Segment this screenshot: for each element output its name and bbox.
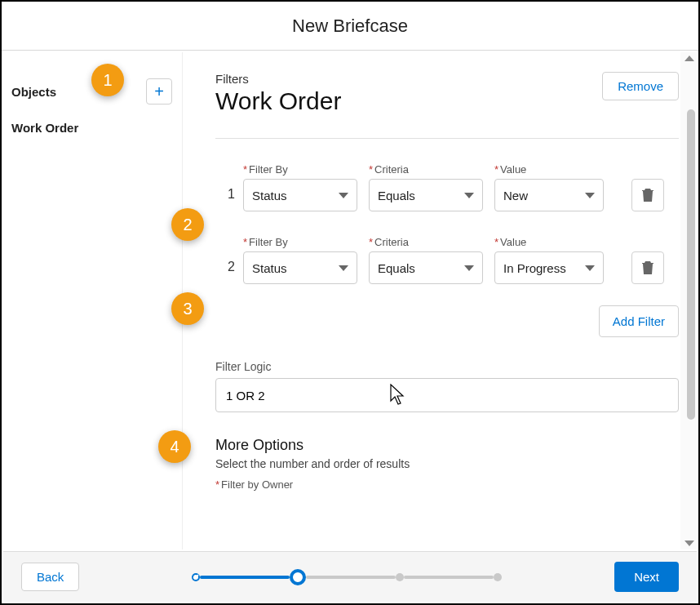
main-panel: Filters Work Order Remove 1 *Filter By S… (183, 52, 697, 549)
trash-icon (641, 188, 654, 202)
chevron-down-icon (464, 265, 474, 271)
chevron-down-icon (585, 193, 595, 198)
scroll-down-icon[interactable] (684, 540, 694, 546)
value-label: *Value (494, 236, 604, 248)
filter-by-select[interactable]: Status (243, 179, 357, 211)
filter-logic-input[interactable] (215, 378, 679, 412)
next-button[interactable]: Next (614, 562, 679, 592)
scrollbar[interactable] (680, 52, 697, 549)
annotation-4: 4 (158, 430, 191, 463)
sidebar-item-label: Work Order (11, 121, 78, 135)
modal-footer: Back Next (3, 551, 697, 602)
filter-row-number: 2 (215, 260, 243, 284)
trash-icon (641, 260, 654, 275)
step-4 (494, 573, 502, 581)
delete-filter-button[interactable] (631, 179, 664, 211)
step-2-current (290, 569, 306, 585)
chevron-down-icon (464, 193, 474, 198)
back-button[interactable]: Back (21, 563, 79, 591)
more-options-desc: Select the number and order of results (215, 457, 679, 470)
step-line (404, 576, 494, 579)
mouse-cursor-icon (390, 384, 406, 409)
criteria-label: *Criteria (369, 163, 483, 176)
chevron-down-icon (585, 265, 595, 271)
remove-button[interactable]: Remove (602, 72, 679, 100)
step-1-done (192, 573, 200, 581)
plus-icon: + (154, 82, 164, 101)
progress-stepper (192, 569, 502, 585)
filter-row: 2 *Filter By Status *Criteria Equals (215, 236, 679, 284)
chevron-down-icon (339, 265, 348, 271)
value-select[interactable]: In Progress (494, 251, 604, 284)
step-line (306, 576, 396, 579)
criteria-select[interactable]: Equals (369, 251, 483, 284)
objects-sidebar: Objects + Work Order (3, 52, 183, 549)
value-select[interactable]: New (494, 179, 604, 211)
annotation-2: 2 (171, 208, 204, 241)
sidebar-heading: Objects (11, 85, 56, 99)
step-line (200, 576, 290, 579)
filter-by-label: *Filter By (243, 236, 357, 248)
criteria-select[interactable]: Equals (369, 179, 483, 211)
filter-by-owner-label: *Filter by Owner (215, 478, 679, 491)
filter-row: 1 *Filter By Status *Criteria Equals (215, 163, 679, 211)
value-label: *Value (494, 163, 604, 176)
filter-logic-label: Filter Logic (215, 360, 679, 373)
criteria-label: *Criteria (369, 236, 483, 248)
check-icon (193, 574, 199, 581)
filters-section-label: Filters (215, 72, 341, 86)
scroll-thumb[interactable] (687, 109, 695, 420)
scroll-up-icon[interactable] (684, 56, 694, 61)
modal-title: New Briefcase (292, 16, 408, 37)
chevron-down-icon (339, 193, 348, 198)
add-object-button[interactable]: + (146, 78, 172, 105)
divider (215, 138, 679, 139)
more-options-heading: More Options (215, 437, 679, 454)
sidebar-item-work-order[interactable]: Work Order (3, 108, 182, 140)
annotation-3: 3 (171, 292, 204, 325)
annotation-1: 1 (91, 64, 124, 96)
add-filter-button[interactable]: Add Filter (599, 305, 679, 337)
delete-filter-button[interactable] (631, 251, 664, 284)
filter-by-label: *Filter By (243, 163, 357, 176)
filter-by-select[interactable]: Status (243, 251, 357, 284)
modal-header: New Briefcase (2, 2, 698, 51)
step-3 (396, 573, 404, 581)
object-title: Work Order (215, 87, 341, 115)
filter-row-number: 1 (215, 187, 243, 211)
